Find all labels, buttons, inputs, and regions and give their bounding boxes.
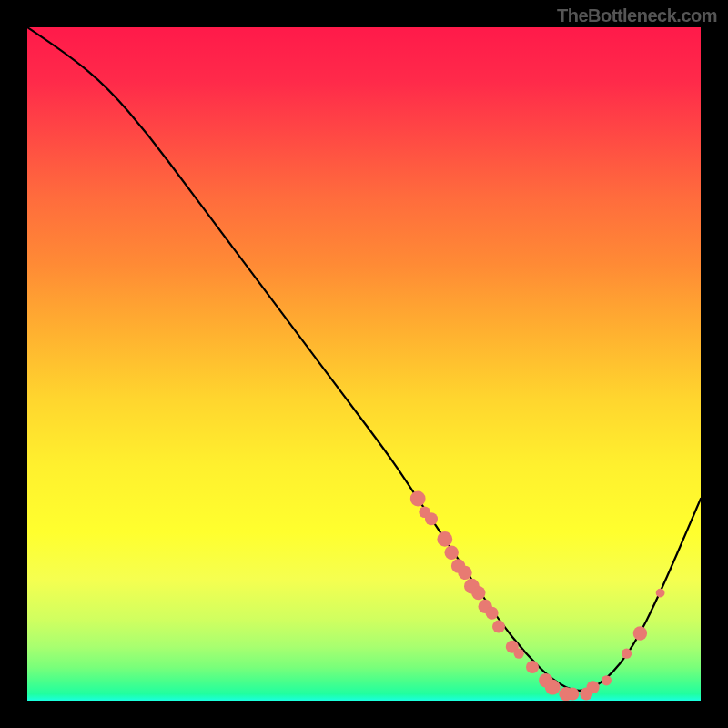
plot-area [27,27,701,701]
data-point [622,649,632,659]
data-point [545,680,561,695]
curve-markers [410,491,665,701]
data-point [587,681,600,693]
data-point [602,675,612,685]
data-point [633,626,647,640]
data-point [410,491,426,507]
data-point [458,566,471,580]
bottleneck-curve [27,27,701,691]
data-point [526,661,539,673]
attribution-text: TheBottleneck.com [557,5,717,26]
data-point [514,649,524,659]
data-point [425,512,438,525]
chart-container: TheBottleneck.com [0,0,728,728]
chart-svg [27,27,701,701]
data-point [492,621,505,633]
data-point [445,546,459,560]
data-point [656,589,665,598]
data-point [471,586,485,600]
data-point [566,688,579,701]
data-point [437,531,452,547]
data-point [486,607,499,620]
